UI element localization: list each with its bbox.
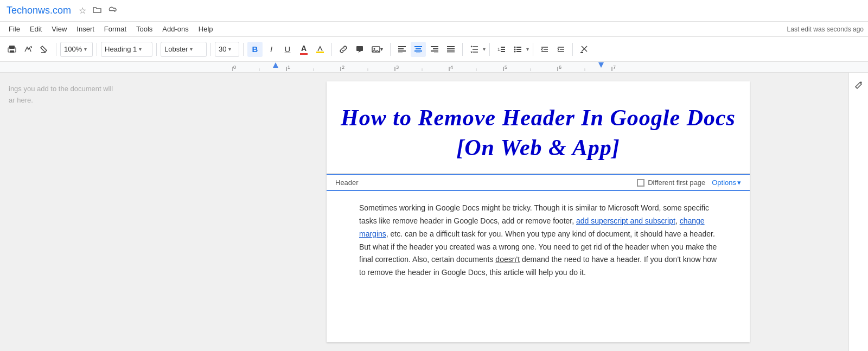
right-pencil-button[interactable] (851, 77, 866, 94)
clear-formatting-button[interactable] (577, 42, 592, 57)
menu-file[interactable]: File (4, 23, 24, 35)
sidebar-hint-line1: ings you add to the document will (9, 85, 113, 93)
header-section: Header Different first page Options ▾ (327, 174, 750, 191)
svg-rect-13 (414, 50, 422, 52)
zoom-arrow: ▾ (84, 46, 87, 52)
menu-addons[interactable]: Add-ons (158, 23, 193, 35)
paint-format-button[interactable] (21, 42, 36, 57)
menu-view[interactable]: View (47, 23, 71, 35)
svg-text:1: 1 (288, 65, 290, 70)
document-container: How to Remove Header In Google Docs [On … (228, 73, 848, 351)
justify-button[interactable] (443, 42, 458, 57)
menu-tools[interactable]: Tools (132, 23, 157, 35)
document-title-area: How to Remove Header In Google Docs [On … (327, 81, 750, 174)
svg-rect-19 (447, 46, 455, 47)
image-button[interactable]: ▾ (368, 42, 386, 57)
bullet-list-button[interactable] (510, 42, 525, 57)
menu-edit[interactable]: Edit (25, 23, 46, 35)
title-bar: Techonws.com ☆ (0, 0, 868, 22)
strikethrough-text: doesn't (495, 255, 520, 264)
title-line1: How to Remove Header In Google Docs (341, 105, 736, 130)
svg-rect-7 (398, 46, 406, 47)
menu-insert[interactable]: Insert (72, 23, 99, 35)
bullet-list-arrow: ▾ (526, 46, 529, 52)
different-first-page-label: Different first page (648, 178, 705, 187)
line-spacing-arrow: ▾ (483, 46, 486, 52)
folder-icon[interactable] (92, 4, 103, 17)
document-body[interactable]: Sometimes working in Google Docs might b… (327, 191, 750, 297)
indent-more-button[interactable] (553, 42, 569, 57)
svg-text:3: 3 (396, 65, 399, 70)
site-name: Techonws.com (7, 5, 71, 16)
svg-rect-24 (501, 47, 505, 48)
font-value: Lobster (164, 45, 188, 53)
bold-button[interactable]: B (247, 42, 263, 57)
svg-rect-16 (433, 48, 438, 49)
svg-rect-17 (431, 50, 438, 52)
underline-button[interactable]: U (280, 42, 295, 57)
font-selector[interactable]: Lobster ▾ (161, 42, 207, 57)
document-page[interactable]: How to Remove Header In Google Docs [On … (327, 81, 750, 342)
svg-text:4: 4 (450, 65, 453, 70)
svg-rect-15 (431, 46, 438, 47)
comment-button[interactable] (352, 42, 367, 57)
align-right-button[interactable] (427, 42, 442, 57)
align-center-button[interactable] (411, 42, 426, 57)
menu-bar: File Edit View Insert Format Tools Add-o… (0, 22, 868, 37)
menu-format[interactable]: Format (100, 23, 131, 35)
cloud-icon[interactable] (107, 4, 118, 17)
star-icon[interactable]: ☆ (78, 4, 87, 17)
svg-marker-56 (273, 62, 278, 68)
font-arrow: ▾ (190, 46, 193, 52)
document-title[interactable]: How to Remove Header In Google Docs [On … (337, 103, 739, 162)
clear-format-button2[interactable] (37, 42, 52, 57)
indent-less-button[interactable] (537, 42, 552, 57)
left-sidebar: ings you add to the document will ar her… (0, 73, 228, 351)
menu-help[interactable]: Help (194, 23, 218, 35)
link-superscript[interactable]: add superscript and subscript (576, 216, 675, 225)
svg-point-29 (514, 50, 516, 52)
right-toolbar (848, 73, 868, 351)
align-left-button[interactable] (394, 42, 410, 57)
header-options: Different first page Options ▾ (637, 178, 741, 187)
svg-point-6 (374, 48, 375, 49)
main-area: ings you add to the document will ar her… (0, 73, 868, 351)
svg-rect-14 (416, 53, 420, 53)
different-first-page[interactable]: Different first page (637, 178, 705, 187)
options-arrow-icon: ▾ (737, 178, 741, 187)
text-color-button[interactable]: A (296, 42, 311, 57)
svg-text:7: 7 (613, 65, 616, 70)
svg-text:5: 5 (505, 65, 507, 70)
different-first-page-checkbox[interactable] (637, 179, 644, 187)
zoom-value: 100% (64, 45, 82, 53)
svg-text:6: 6 (559, 65, 561, 70)
sidebar-hint-line2: ar here. (9, 96, 33, 104)
svg-rect-32 (516, 51, 521, 52)
svg-rect-11 (414, 46, 422, 47)
print-button[interactable] (4, 42, 20, 57)
svg-rect-30 (516, 47, 521, 48)
line-spacing-button[interactable] (467, 42, 482, 57)
link-button[interactable] (336, 42, 351, 57)
heading-style-value: Heading 1 (105, 45, 137, 53)
heading-style-selector[interactable]: Heading 1 ▾ (101, 42, 152, 57)
svg-rect-18 (434, 53, 438, 53)
italic-button[interactable]: I (264, 42, 279, 57)
svg-rect-9 (398, 50, 406, 52)
svg-text:2: 2 (342, 65, 344, 70)
svg-rect-0 (9, 46, 15, 49)
svg-rect-4 (356, 46, 363, 51)
svg-rect-25 (501, 49, 505, 50)
numbered-list-button[interactable]: 1. (494, 42, 509, 57)
body-paragraph: Sometimes working in Google Docs might b… (359, 202, 717, 279)
zoom-selector[interactable]: 100% ▾ (60, 42, 93, 57)
svg-rect-26 (501, 51, 505, 52)
svg-marker-57 (598, 62, 604, 68)
svg-rect-8 (398, 48, 404, 49)
svg-rect-3 (316, 52, 324, 53)
highlight-color-button[interactable] (312, 42, 328, 57)
toolbar: 100% ▾ Heading 1 ▾ Lobster ▾ 30 ▾ B I U … (0, 37, 868, 62)
options-button[interactable]: Options ▾ (712, 178, 741, 187)
font-size-selector[interactable]: 30 ▾ (215, 42, 239, 57)
font-size-value: 30 (219, 45, 226, 53)
